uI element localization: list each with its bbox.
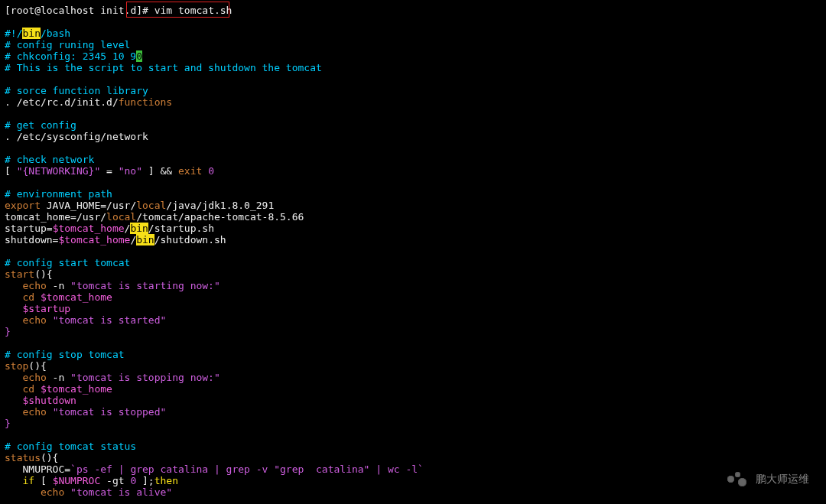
shell-prompt: [root@localhost init.d]# bbox=[5, 5, 154, 16]
watermark-text: 鹏大师运维 bbox=[756, 473, 809, 485]
comment: # config runing level bbox=[5, 39, 130, 50]
cursor: 0 bbox=[136, 50, 142, 62]
code-line: #!/bin/bash bbox=[5, 28, 826, 39]
watermark: 鹏大师运维 bbox=[725, 470, 809, 487]
wechat-icon bbox=[725, 470, 750, 487]
command-text: vim tomcat.sh bbox=[154, 5, 233, 16]
terminal-output: [root@localhost init.d]# vim tomcat.sh #… bbox=[0, 0, 826, 498]
